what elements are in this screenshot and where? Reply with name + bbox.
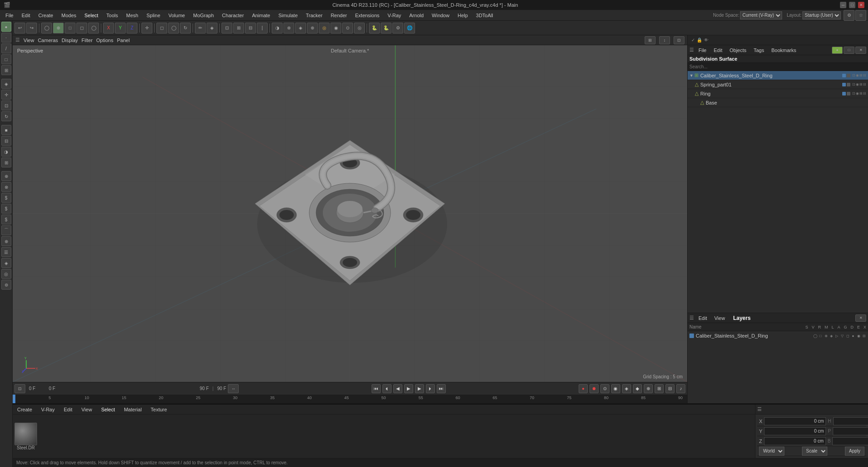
tool2-btn[interactable]: ⊕	[1, 236, 11, 246]
menu-tools[interactable]: Tools	[103, 12, 122, 19]
y-axis-btn[interactable]: Y	[115, 23, 126, 33]
menu-vray[interactable]: V-Ray	[384, 12, 405, 19]
menu-3dtoall[interactable]: 3DToAll	[472, 12, 497, 19]
menu-mograph[interactable]: MoGraph	[189, 12, 217, 19]
menu-animate[interactable]: Animate	[248, 12, 274, 19]
key-btn[interactable]: ◈	[622, 384, 631, 393]
mat-vray-menu[interactable]: V-Ray	[38, 406, 57, 413]
material-item[interactable]: Steel.DR	[14, 423, 37, 450]
mat-edit-menu[interactable]: Edit	[61, 406, 75, 413]
smooth-shading-btn[interactable]: ◑	[1, 147, 11, 157]
smooth-btn[interactable]: ◑	[272, 23, 283, 33]
minimize-button[interactable]: ─	[840, 2, 846, 8]
material-preview-sphere[interactable]	[14, 423, 37, 445]
tool4-btn[interactable]: ◈	[1, 258, 11, 268]
marker-btn[interactable]: ◆	[633, 384, 642, 393]
x-pos-input[interactable]	[764, 417, 826, 425]
obj-tags-menu[interactable]: Tags	[751, 47, 767, 53]
add-btn[interactable]: ✛	[142, 23, 152, 33]
obj-edit-menu[interactable]: Edit	[711, 47, 725, 53]
symbol2-btn[interactable]: $	[1, 204, 11, 214]
python-play-btn[interactable]: ⊕	[644, 384, 653, 393]
texture-btn[interactable]: ⊕	[307, 23, 318, 33]
menu-window[interactable]: Window	[428, 12, 453, 19]
viewport-panel-menu[interactable]: Panel	[117, 38, 130, 43]
symbol1-btn[interactable]: $	[1, 193, 11, 203]
texture-tag-btn[interactable]: ⊟	[1, 136, 11, 146]
snap-play-btn[interactable]: ⊞	[655, 384, 664, 393]
scale-select[interactable]: Scale	[802, 447, 827, 456]
x-size-input[interactable]	[833, 417, 868, 425]
point-mode-btn[interactable]: ·	[1, 33, 11, 43]
joint-btn[interactable]: ⊞	[233, 23, 244, 33]
cube-btn[interactable]: □	[65, 23, 75, 33]
viewport-display-menu[interactable]: Display	[61, 38, 78, 43]
select-all-btn[interactable]: ⊕	[53, 23, 64, 33]
menu-render[interactable]: Render	[327, 12, 350, 19]
mat-select-menu[interactable]: Select	[99, 406, 118, 413]
bounce-btn[interactable]: ◉	[611, 384, 620, 393]
sel-circle-btn[interactable]: ◯	[168, 23, 179, 33]
mat-create-menu[interactable]: Create	[14, 406, 35, 413]
y-size-input[interactable]	[833, 427, 868, 435]
tool1-btn[interactable]: ⌒	[1, 225, 11, 235]
python-btn[interactable]: 🐍	[369, 23, 380, 33]
next-keyframe-btn[interactable]: ▶	[415, 384, 424, 393]
timeline-ruler[interactable]: 0 5 10 15 20 25 30 35 40 45 50 55 60 65	[13, 395, 687, 404]
layers-edit-menu[interactable]: Edit	[696, 315, 710, 321]
menu-mesh[interactable]: Mesh	[123, 12, 142, 19]
obj-item-subdivision[interactable]: ▼ ⊞ Caliber_Stainless_Steel_D_Ring ⊡ ◉ ⊞	[688, 71, 868, 80]
maximize-button[interactable]: □	[849, 2, 855, 8]
menu-extensions[interactable]: Extensions	[351, 12, 383, 19]
mat-view-menu[interactable]: View	[79, 406, 95, 413]
obj-panel-btn3[interactable]: ✕	[855, 47, 866, 54]
mod1-btn[interactable]: |	[257, 23, 268, 33]
settings-btn[interactable]: ⚙	[392, 23, 403, 33]
render2-btn[interactable]: ◉	[330, 23, 341, 33]
snap-btn[interactable]: ⊕	[1, 171, 11, 181]
menu-edit[interactable]: Edit	[18, 12, 34, 19]
goto-start-btn[interactable]: ⏮	[372, 384, 381, 393]
viewport-options-menu[interactable]: Options	[96, 38, 113, 43]
layout-select[interactable]: Startup (User)	[802, 11, 841, 19]
rec-btn[interactable]: ●	[579, 384, 588, 393]
menu-file[interactable]: File	[2, 12, 17, 19]
prev-frame-btn[interactable]: ⏴	[382, 384, 392, 393]
next-frame-btn[interactable]: ⏵	[426, 384, 435, 393]
new-scene-btn[interactable]: ◯	[41, 23, 52, 33]
viewport-full-btn[interactable]: ⊡	[674, 36, 684, 44]
vp-btn1[interactable]: ⊡	[14, 384, 25, 393]
z-pos-input[interactable]	[764, 437, 826, 445]
obj-item-spring[interactable]: △ Spring_part01 ⊡ ◉ ⊞ ⊟	[688, 80, 868, 89]
tool3-btn[interactable]: ☰	[1, 247, 11, 257]
brush-btn[interactable]: ✏	[195, 23, 206, 33]
loop-btn[interactable]: ⊙	[600, 384, 609, 393]
live-select-btn[interactable]: ◈	[1, 79, 11, 89]
light-btn[interactable]: ◯	[88, 23, 99, 33]
menu-select[interactable]: Select	[81, 12, 102, 19]
menu-spline[interactable]: Spline	[143, 12, 164, 19]
mat-material-menu[interactable]: Material	[121, 406, 144, 413]
paint-btn[interactable]: ◈	[295, 23, 306, 33]
prev-keyframe-btn[interactable]: ◀	[393, 384, 402, 393]
render-view-btn[interactable]: ■	[1, 125, 11, 135]
viewport-filter-menu[interactable]: Filter	[81, 38, 92, 43]
obj-objects-menu[interactable]: Objects	[727, 47, 749, 53]
mat-texture-menu[interactable]: Texture	[148, 406, 170, 413]
weight-btn[interactable]: ⊡	[222, 23, 232, 33]
y-pos-input[interactable]	[764, 427, 826, 435]
viewport-menu-icon[interactable]: ☰	[15, 37, 20, 43]
reverse-btn[interactable]: ↔	[228, 384, 239, 393]
node-space-select[interactable]: Current (V-Ray)	[740, 11, 782, 19]
rotate-tool-btn[interactable]: ↻	[1, 111, 11, 121]
viewport-snap-btn[interactable]: ⊞	[645, 36, 656, 44]
deform-btn[interactable]: ⊟	[245, 23, 256, 33]
obj-search-input[interactable]	[688, 63, 868, 71]
z-size-input[interactable]	[832, 437, 868, 445]
polygon-mode-btn[interactable]: □	[1, 54, 11, 64]
uv-mode-btn[interactable]: ⊞	[1, 65, 11, 75]
knife-btn[interactable]: ◈	[207, 23, 217, 33]
preview-btn[interactable]: ⊟	[665, 384, 675, 393]
tool6-btn[interactable]: ⊚	[1, 280, 11, 290]
redo-btn[interactable]: ↪	[26, 23, 37, 33]
